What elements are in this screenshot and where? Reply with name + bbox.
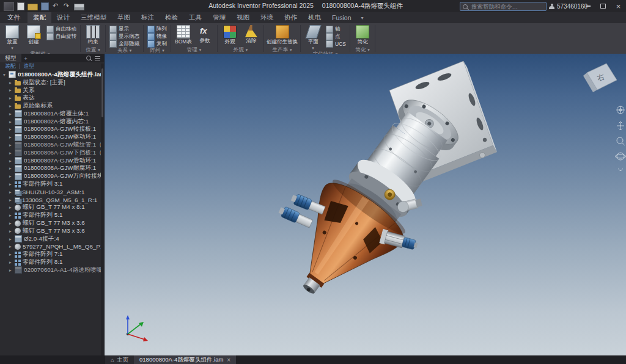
help-search-box[interactable] xyxy=(460,2,547,11)
expand-arrow-icon[interactable] xyxy=(8,142,13,148)
expand-arrow-icon[interactable] xyxy=(8,166,13,171)
expand-arrow-icon[interactable] xyxy=(8,173,13,179)
tree-item[interactable]: 零部件阵列 3:1 xyxy=(0,180,104,188)
ribbon-button-清除[interactable]: 清除 xyxy=(241,24,261,43)
orbit-icon[interactable] xyxy=(616,153,626,160)
ribbon-button-参数[interactable]: 参数 xyxy=(195,24,215,43)
expand-arrow-icon[interactable] xyxy=(8,252,13,257)
expand-arrow-icon[interactable] xyxy=(8,228,13,234)
document-close-icon[interactable] xyxy=(227,357,230,363)
tree-item[interactable]: 018000801A-熔覆主体:1 xyxy=(0,110,104,118)
ribbon-button-自由移动[interactable]: 自由移动 xyxy=(45,26,78,32)
expand-arrow-icon[interactable] xyxy=(8,213,13,218)
tree-item[interactable]: 螺钉 GB_T 77 M4 x 8:1 xyxy=(0,204,104,212)
expand-arrow-icon[interactable] xyxy=(8,181,13,187)
tree-item[interactable]: 018000805A-GJW螺纹管:1（未读取） xyxy=(0,141,104,149)
ribbon-button-阵列[interactable]: 阵列 xyxy=(146,26,168,32)
ribbon-group-label[interactable]: 简化 xyxy=(353,46,372,54)
expand-arrow-icon[interactable] xyxy=(8,103,13,109)
expand-arrow-icon[interactable] xyxy=(8,119,13,125)
tree-item[interactable]: 018000807A-GJW滑动环:1 xyxy=(0,157,104,165)
ribbon-button-轴[interactable]: 轴 xyxy=(325,26,347,32)
expand-arrow-icon[interactable] xyxy=(8,268,13,273)
tab-环境[interactable]: 环境 xyxy=(255,12,279,23)
ribbon-button-显示[interactable]: 显示 xyxy=(108,26,141,32)
tree-item[interactable]: 13300S_QSM_M5_6_1_R:1 xyxy=(0,196,104,204)
ribbon-button-平面[interactable]: 平面 xyxy=(303,24,323,51)
dropdown-arrow-icon[interactable] xyxy=(312,45,314,51)
tab-检验[interactable]: 检验 xyxy=(160,12,183,23)
tree-item[interactable]: 零部件阵列 8:1 xyxy=(0,258,104,266)
home-tab[interactable]: 主页 xyxy=(105,355,134,364)
tree-item[interactable]: 018000800A-4路熔覆头组件.iam xyxy=(0,71,104,79)
application-menu-icon[interactable] xyxy=(4,2,14,11)
tree-item[interactable]: Ø2.0-4接子:4 xyxy=(0,235,104,243)
ribbon-button-简化[interactable]: 简化 xyxy=(353,24,372,45)
tree-item[interactable]: 579277_NPQH_L_M5_Q6_P10:1 xyxy=(0,243,104,251)
browser-scrollbar[interactable] xyxy=(101,64,104,355)
fullnav-wheel-icon[interactable] xyxy=(617,106,624,114)
undo-icon[interactable] xyxy=(52,2,61,10)
tree-item[interactable]: 零部件阵列 5:1 xyxy=(0,211,104,219)
ribbon-button-镜像[interactable]: 镜像 xyxy=(146,33,168,40)
expand-arrow-icon[interactable] xyxy=(8,220,13,226)
viewport-3d[interactable]: 右 xyxy=(105,54,626,355)
search-input[interactable] xyxy=(470,2,543,10)
zoom-icon[interactable] xyxy=(617,137,625,145)
tab-设计[interactable]: 设计 xyxy=(51,12,75,23)
tab-装配[interactable]: 装配 xyxy=(28,12,51,23)
tab-Fusion[interactable]: Fusion xyxy=(326,12,357,23)
tab-视图[interactable]: 视图 xyxy=(231,12,255,23)
tree-item[interactable]: SHUIZUI-10-32_ASM:1 xyxy=(0,188,104,196)
expand-arrow-icon[interactable] xyxy=(8,189,13,195)
browser-search-icon[interactable] xyxy=(86,56,91,60)
tab-协作[interactable]: 协作 xyxy=(279,12,303,23)
tree-item[interactable]: 关系 xyxy=(0,87,104,95)
ribbon-button-创建[interactable]: 创建 xyxy=(24,24,43,45)
save-icon[interactable] xyxy=(41,2,49,10)
navbar-more-icon[interactable] xyxy=(618,169,623,171)
viewcube[interactable]: 右 xyxy=(583,64,617,92)
ribbon-options-icon[interactable] xyxy=(357,12,368,23)
add-panel-button[interactable] xyxy=(21,55,30,62)
document-tab[interactable]: 018000800A-4路熔覆头组件.iam xyxy=(134,355,236,364)
pan-icon[interactable] xyxy=(617,122,624,130)
file-menu-button[interactable]: 文件 xyxy=(0,12,28,23)
tree-item[interactable]: 020070601A-A1-4路送粉喷嘴转接环:1（未读取） xyxy=(0,266,104,274)
scrollbar-thumb[interactable] xyxy=(101,68,103,117)
tree-item[interactable]: 模型状态: [主要] xyxy=(0,79,104,87)
browser-view-link-装配[interactable]: 装配 xyxy=(5,62,16,70)
tab-管理[interactable]: 管理 xyxy=(207,12,231,23)
ribbon-button-显示病态[interactable]: 显示病态 xyxy=(108,33,141,40)
tree-item[interactable]: 螺钉 GB_T 77 M3 x 3:6 xyxy=(0,219,104,227)
dropdown-arrow-icon[interactable] xyxy=(11,45,13,51)
minimize-button[interactable] xyxy=(580,0,595,12)
tree-item[interactable]: 零部件阵列 7:1 xyxy=(0,250,104,258)
expand-arrow-icon[interactable] xyxy=(8,260,13,265)
ribbon-group-label[interactable]: 管理 xyxy=(174,46,215,54)
new-icon[interactable] xyxy=(17,2,24,10)
tree-item[interactable]: 螺钉 GB_T 77 M3 x 3:6 xyxy=(0,227,104,235)
ribbon-group-label[interactable]: 生产率 xyxy=(267,46,298,54)
tab-model[interactable]: 模型 xyxy=(0,54,21,62)
expand-arrow-icon[interactable] xyxy=(8,197,13,203)
expand-arrow-icon[interactable] xyxy=(8,87,13,93)
tree-item[interactable]: 018000808A-GJW耐腐环:1 xyxy=(0,165,104,173)
tree-item[interactable]: 018000809A-GJW万向转接块:1 xyxy=(0,172,104,180)
viewport-canvas[interactable]: 右 xyxy=(105,54,626,355)
ribbon-button-UCS[interactable]: UCS xyxy=(325,40,347,47)
expand-arrow-icon[interactable] xyxy=(8,134,13,140)
tab-标注[interactable]: 标注 xyxy=(136,12,160,23)
redo-icon[interactable] xyxy=(63,2,72,10)
tree-item[interactable]: 018000803A-GJW转接板:1 xyxy=(0,126,104,134)
expand-arrow-icon[interactable] xyxy=(8,205,13,210)
ribbon-button-约束[interactable]: 约束 xyxy=(83,24,103,45)
tab-机电[interactable]: 机电 xyxy=(303,12,326,23)
ribbon-button-复制[interactable]: 复制 xyxy=(146,40,168,47)
browser-menu-icon[interactable] xyxy=(95,56,100,60)
expand-arrow-icon[interactable] xyxy=(8,80,13,86)
expand-arrow-icon[interactable] xyxy=(8,95,13,101)
expand-arrow-icon[interactable] xyxy=(8,150,13,156)
open-icon[interactable] xyxy=(28,4,38,10)
expand-arrow-icon[interactable] xyxy=(8,236,13,242)
